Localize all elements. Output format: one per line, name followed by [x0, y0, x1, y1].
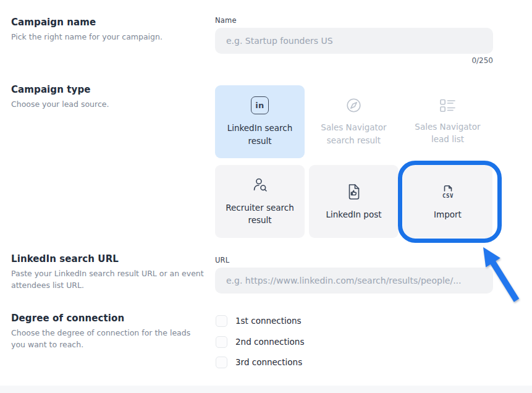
- section-campaign-name: Campaign name Pick the right name for yo…: [11, 17, 204, 43]
- pointer-arrow: [481, 246, 525, 306]
- campaign-name-input[interactable]: [215, 28, 493, 54]
- checkbox-2nd-connections[interactable]: [216, 336, 227, 348]
- card-label: Recruiter search result: [215, 201, 305, 227]
- linkedin-search-url-description: Paste your LinkedIn search result URL or…: [11, 268, 204, 292]
- checkbox-label: 1st connections: [235, 316, 302, 326]
- name-field-label: Name: [215, 16, 237, 25]
- card-label: Sales Navigator search result: [309, 121, 399, 146]
- section-campaign-type: Campaign type Choose your lead source.: [11, 84, 204, 111]
- section-linkedin-search-url: LinkedIn search URL Paste your LinkedIn …: [11, 253, 204, 292]
- section-degree-of-connection: Degree of connection Choose the degree o…: [11, 313, 204, 351]
- character-counter: 0/250: [400, 56, 493, 65]
- checkbox-1st-connections[interactable]: [216, 315, 227, 327]
- checkbox-row-3rd-connections: 3rd connections: [216, 356, 302, 368]
- linkedin-badge-icon: in: [251, 96, 269, 114]
- svg-text:CSV: CSV: [442, 192, 454, 198]
- checkbox-3rd-connections[interactable]: [216, 357, 227, 368]
- lead-list-icon: [439, 98, 457, 113]
- degree-of-connection-description: Choose the degree of connection for the …: [11, 328, 204, 351]
- campaign-type-description: Choose your lead source.: [11, 99, 204, 111]
- card-linkedin-post[interactable]: LinkedIn post: [309, 165, 399, 238]
- linkedin-search-url-input[interactable]: [215, 268, 493, 294]
- linkedin-search-url-title: LinkedIn search URL: [11, 253, 204, 264]
- card-sales-navigator-lead-list[interactable]: Sales Navigator lead list: [403, 85, 492, 158]
- campaign-name-description: Pick the right name for your campaign.: [11, 32, 204, 43]
- card-linkedin-search-result[interactable]: in LinkedIn search result: [215, 85, 305, 158]
- checkbox-label: 2nd connections: [235, 337, 304, 347]
- card-label: Import: [428, 208, 468, 221]
- checkbox-row-2nd-connections: 2nd connections: [216, 336, 304, 348]
- checkbox-label: 3rd connections: [235, 357, 302, 367]
- checkbox-row-1st-connections: 1st connections: [216, 315, 302, 327]
- campaign-name-title: Campaign name: [11, 17, 204, 28]
- next-section-divider: [0, 386, 532, 393]
- card-sales-navigator-search-result[interactable]: Sales Navigator search result: [309, 85, 399, 158]
- degree-of-connection-title: Degree of connection: [11, 313, 204, 324]
- card-recruiter-search-result[interactable]: Recruiter search result: [215, 165, 305, 238]
- card-label: LinkedIn post: [319, 208, 387, 221]
- post-thumbs-up-icon: [345, 182, 362, 201]
- card-label: LinkedIn search result: [215, 122, 305, 147]
- card-label: Sales Navigator lead list: [403, 120, 492, 146]
- card-import-csv[interactable]: CSV Import: [403, 165, 492, 238]
- url-field-label: URL: [215, 256, 229, 264]
- csv-file-icon: CSV: [439, 182, 457, 201]
- campaign-type-title: Campaign type: [11, 84, 204, 95]
- compass-icon: [345, 97, 362, 114]
- person-search-icon: [251, 177, 269, 194]
